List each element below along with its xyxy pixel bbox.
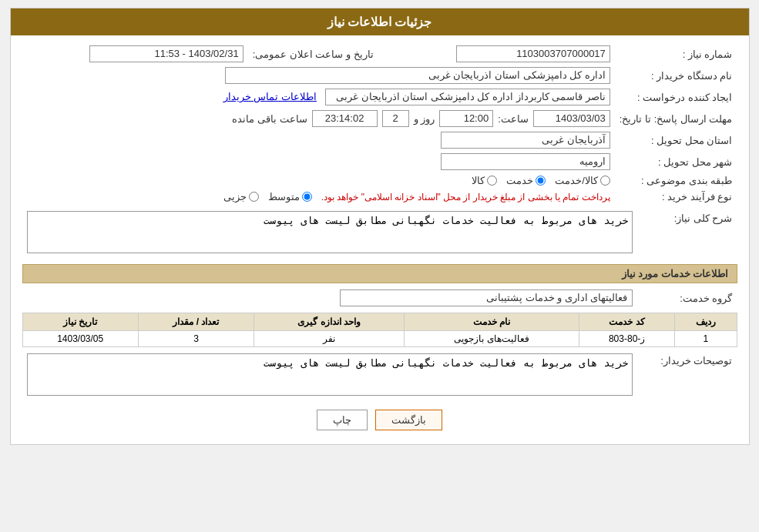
top-form-table: شماره نیاز : 1103003707000017 تاریخ و سا… bbox=[22, 43, 737, 205]
shomara-niaz-label: شماره نیاز : bbox=[615, 43, 737, 65]
sharh-label: شرح کلی نیاز: bbox=[637, 209, 737, 258]
cell-nam: فعالیت‌های بازجویی bbox=[404, 331, 579, 347]
page-container: جزئیات اطلاعات نیاز شماره نیاز : 1103003… bbox=[10, 8, 750, 445]
tabaqe-khadamat: خدمت bbox=[506, 175, 546, 186]
cell-vahed: نفر bbox=[254, 331, 405, 347]
cell-tedad: 3 bbox=[138, 331, 254, 347]
shahr-box: ارومیه bbox=[441, 153, 610, 170]
table-row: 1ز-80-803فعالیت‌های بازجویینفر31403/03/0… bbox=[22, 331, 737, 347]
services-table-body: 1ز-80-803فعالیت‌های بازجویینفر31403/03/0… bbox=[22, 331, 737, 347]
ostan-value: آذربایجان غربی bbox=[22, 129, 615, 151]
sharh-container bbox=[27, 211, 633, 256]
shahr-label: شهر محل تحویل : bbox=[615, 151, 737, 172]
tabaqe-kala-label: کالا bbox=[472, 175, 485, 186]
toseef-table: توصیحات خریدار: bbox=[22, 351, 737, 400]
etelaaat-tamas-link[interactable]: اطلاعات تماس خریدار bbox=[223, 91, 317, 102]
col-nam: نام خدمت bbox=[404, 313, 579, 331]
col-tarikh: تاریخ نیاز bbox=[22, 313, 138, 331]
services-table-head: ردیف کد خدمت نام خدمت واحد اندازه گیری ت… bbox=[22, 313, 737, 331]
mohlat-saat-label: ساعت: bbox=[498, 113, 529, 125]
tarikh-aelaan-box: 1403/02/31 - 11:53 bbox=[89, 45, 243, 62]
tabaqe-kala: کالا bbox=[472, 175, 497, 186]
mohlat-date-box: 1403/03/03 bbox=[533, 110, 610, 127]
toseef-label: توصیحات خریدار: bbox=[637, 351, 737, 400]
grooh-khadamat-value: فعالیتهای اداری و خدمات پشتیبانی bbox=[22, 287, 637, 309]
nam-dastgah-value: اداره کل دامپزشکی استان اذربایجان غربی bbox=[22, 65, 615, 86]
shomara-niaz-box: 1103003707000017 bbox=[456, 45, 610, 62]
nooe-jozi-radio[interactable] bbox=[249, 192, 259, 202]
mohlat-label: مهلت ارسال پاسخ: تا تاریخ: bbox=[615, 108, 737, 129]
ijad-konande-box: ناصر قاسمی کاربرداز اداره کل دامپزشکی اس… bbox=[325, 89, 610, 105]
sharh-table: شرح کلی نیاز: bbox=[22, 209, 737, 258]
col-vahed: واحد اندازه گیری bbox=[254, 313, 405, 331]
nooe-radio-group: پرداخت تمام یا بخشی از مبلغ خریدار از مح… bbox=[27, 191, 610, 202]
grooh-khadamat-table: گروه خدمت: فعالیتهای اداری و خدمات پشتیب… bbox=[22, 287, 737, 309]
col-tedad: تعداد / مقدار bbox=[138, 313, 254, 331]
mohlat-roz-box: 2 bbox=[382, 110, 409, 127]
page-title: جزئیات اطلاعات نیاز bbox=[327, 15, 432, 28]
grooh-khadamat-label: گروه خدمت: bbox=[637, 287, 737, 309]
nam-dastgah-label: نام دستگاه خریدار : bbox=[615, 65, 737, 86]
mohlat-countdown-row: 1403/03/03 ساعت: 12:00 روز و 2 23:14:02 … bbox=[27, 110, 610, 127]
col-kod: کد خدمت bbox=[579, 313, 674, 331]
tabaqe-khadamat-radio[interactable] bbox=[536, 176, 546, 186]
nooe-motevaset-radio[interactable] bbox=[302, 192, 312, 202]
tabaqe-kala-khadamat-label: کالا/خدمت bbox=[555, 175, 598, 186]
nooe-jozi: جزیی bbox=[223, 191, 259, 202]
tabaqe-kala-khadamat-radio[interactable] bbox=[600, 176, 610, 186]
nooe-farayand-label: نوع فرآیند خرید : bbox=[615, 189, 737, 205]
nooe-row: پرداخت تمام یا بخشی از مبلغ خریدار از مح… bbox=[22, 189, 615, 205]
nooe-note: پرداخت تمام یا بخشی از مبلغ خریدار از مح… bbox=[321, 192, 610, 202]
etelaat-khadamat-title: اطلاعات خدمات مورد نیاز bbox=[22, 264, 737, 283]
nooe-motevaset: متوسط bbox=[268, 191, 312, 202]
back-button[interactable]: بازگشت bbox=[375, 410, 442, 430]
cell-radif: 1 bbox=[675, 331, 737, 347]
tabaqe-radio-group: کالا/خدمت خدمت کالا bbox=[27, 175, 610, 186]
mohlat-row: 1403/03/03 ساعت: 12:00 روز و 2 23:14:02 … bbox=[22, 108, 615, 129]
tabaqe-label: طبقه بندی موضوعی : bbox=[615, 172, 737, 189]
cell-kod: ز-80-803 bbox=[579, 331, 674, 347]
sharh-value bbox=[22, 209, 637, 258]
col-radif: ردیف bbox=[675, 313, 737, 331]
tarikh-aelaan-value: 1403/02/31 - 11:53 bbox=[22, 43, 248, 65]
shahr-value: ارومیه bbox=[22, 151, 615, 172]
tabaqe-row: کالا/خدمت خدمت کالا bbox=[22, 172, 615, 189]
ostan-box: آذربایجان غربی bbox=[441, 132, 610, 149]
ostan-label: استان محل تحویل : bbox=[615, 129, 737, 151]
nooe-motevaset-label: متوسط bbox=[268, 191, 300, 202]
grooh-khadamat-box: فعالیتهای اداری و خدمات پشتیبانی bbox=[340, 289, 633, 306]
page-header: جزئیات اطلاعات نیاز bbox=[11, 8, 749, 35]
toseef-value bbox=[22, 351, 637, 400]
tabaqe-kala-radio[interactable] bbox=[487, 176, 497, 186]
services-table: ردیف کد خدمت نام خدمت واحد اندازه گیری ت… bbox=[22, 313, 737, 347]
mohlat-roz-label: روز و bbox=[414, 113, 435, 125]
nooe-jozi-label: جزیی bbox=[223, 191, 247, 202]
nam-dastgah-box: اداره کل دامپزشکی استان اذربایجان غربی bbox=[225, 67, 610, 84]
mohlat-saat-box: 12:00 bbox=[439, 110, 493, 127]
sharh-textarea[interactable] bbox=[27, 211, 633, 253]
countdown-label: ساعت باقی مانده bbox=[232, 113, 307, 125]
button-row: بازگشت چاپ bbox=[22, 410, 737, 430]
ijad-konande-value: ناصر قاسمی کاربرداز اداره کل دامپزشکی اس… bbox=[22, 86, 615, 108]
ijad-konande-label: ایجاد کننده درخواست : bbox=[615, 86, 737, 108]
shomara-niaz-value: 1103003707000017 bbox=[389, 43, 615, 65]
countdown-box: 23:14:02 bbox=[312, 110, 378, 127]
tabaqe-kala-khadamat: کالا/خدمت bbox=[555, 175, 610, 186]
tarikh-aelaan-label: تاریخ و ساعت اعلان عمومی: bbox=[248, 43, 389, 65]
print-button[interactable]: چاپ bbox=[317, 410, 368, 430]
toseef-textarea[interactable] bbox=[27, 353, 633, 396]
content-area: شماره نیاز : 1103003707000017 تاریخ و سا… bbox=[11, 35, 749, 444]
tabaqe-khadamat-label: خدمت bbox=[506, 175, 533, 186]
table-header-row: ردیف کد خدمت نام خدمت واحد اندازه گیری ت… bbox=[22, 313, 737, 331]
cell-tarikh: 1403/03/05 bbox=[22, 331, 138, 347]
